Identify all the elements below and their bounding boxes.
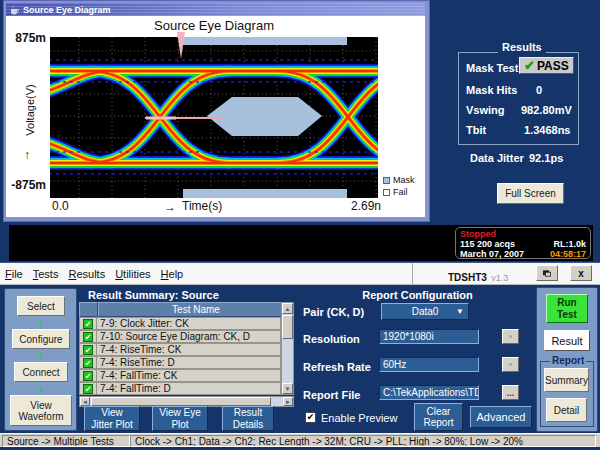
pass-cell: ✔: [79, 369, 97, 382]
x-axis-arrow-icon: →: [164, 200, 176, 214]
keypad-icon: [509, 332, 512, 341]
resolution-field[interactable]: 1920*1080i: [379, 329, 479, 344]
tbit-value: 1.3468ns: [524, 124, 570, 136]
scroll-thumb[interactable]: [91, 397, 271, 406]
eye-window-titlebar[interactable]: Source Eye Diagram: [6, 3, 425, 16]
acq-date: March 07, 2007: [460, 249, 524, 259]
menu-separator: [412, 263, 413, 284]
vswing-label: Vswing: [466, 104, 505, 116]
mask-test-result-badge: ✔ PASS: [519, 57, 574, 74]
wizard-panel: Select ↓ Configure ↓ Connect ↓ View Wave…: [4, 288, 77, 431]
connect-button[interactable]: Connect: [14, 362, 68, 382]
wizard-arrow-icon: ↓: [5, 316, 76, 327]
application-window: Source Eye Diagram Source Eye Diagram: [0, 0, 600, 450]
fail-swatch-icon: [383, 189, 390, 196]
test-name-cell[interactable]: 7-4: FallTime: D: [97, 382, 281, 395]
action-panel: Run Test Result Report Summary Detail: [536, 287, 598, 432]
select-button[interactable]: Select: [17, 296, 65, 316]
table-row[interactable]: ✔ 7-4: FallTime: D: [79, 382, 281, 395]
clear-report-button[interactable]: Clear Report: [414, 403, 463, 431]
y-axis-arrow-icon: ↑: [24, 148, 30, 162]
x-axis-right-tick: 2.69n: [344, 199, 388, 213]
close-button[interactable]: x: [570, 265, 592, 281]
scroll-up-button[interactable]: ▲: [282, 303, 293, 314]
table-row[interactable]: ✔ 7-10: Source Eye Diagram: CK, D: [79, 330, 281, 343]
y-axis-label: Voltage(V): [24, 65, 36, 155]
row-check-icon: ✔: [83, 371, 93, 381]
summary-button[interactable]: Summary: [544, 368, 589, 392]
test-name-cell[interactable]: 7-4: FallTime: CK: [97, 369, 281, 382]
record-length: RL:1.0k: [553, 239, 586, 249]
table-row[interactable]: ✔ 7-4: RiseTime: D: [79, 356, 281, 369]
table-vertical-scrollbar[interactable]: ▲ ▼: [281, 302, 294, 395]
report-config-title: Report Configuration: [300, 289, 535, 301]
result-button[interactable]: Result: [544, 330, 590, 351]
pass-check-icon: ✔: [524, 58, 535, 73]
scroll-left-button[interactable]: ◄: [80, 397, 90, 406]
results-group-title: Results: [498, 41, 546, 53]
report-file-label: Report File: [303, 389, 360, 401]
scroll-right-button[interactable]: ►: [283, 397, 293, 406]
view-waveform-button[interactable]: View Waveform: [10, 395, 72, 426]
x-axis-label: Time(s): [182, 199, 222, 213]
row-check-icon: ✔: [83, 384, 93, 394]
mask-swatch-icon: [383, 177, 390, 184]
pair-dropdown[interactable]: Data0 ▼: [381, 303, 469, 320]
table-column-header: Test Name: [98, 302, 294, 317]
hide-app-button[interactable]: [536, 265, 558, 281]
eye-window-body: Source Eye Diagram: [6, 16, 425, 217]
status-configuration: Clock -> Ch1; Data -> Ch2; Rec Length ->…: [130, 435, 596, 447]
scroll-thumb[interactable]: [282, 315, 293, 339]
configure-button[interactable]: Configure: [12, 329, 70, 349]
test-name-cell[interactable]: 7-4: RiseTime: D: [97, 356, 281, 369]
menu-results[interactable]: Results: [68, 268, 105, 280]
table-row[interactable]: ✔ 7-4: RiseTime: CK: [79, 343, 281, 356]
run-test-button[interactable]: Run Test: [546, 294, 588, 323]
keypad-icon: [509, 360, 512, 369]
eye-diagram-plot[interactable]: [50, 37, 378, 198]
menu-tests[interactable]: Tests: [33, 268, 59, 280]
menu-help[interactable]: Help: [161, 268, 184, 280]
tbit-label: Tbit: [466, 124, 486, 136]
cursor-top-marker[interactable]: [175, 32, 187, 62]
resolution-keypad-button[interactable]: [502, 329, 519, 344]
menu-utilities[interactable]: Utilities: [115, 268, 150, 280]
pass-text: PASS: [537, 59, 569, 73]
menu-bar: File Tests Results Utilities Help: [0, 262, 600, 285]
pair-value: Data0: [412, 306, 439, 318]
enable-preview-checkbox[interactable]: ✔: [305, 412, 316, 423]
resolution-label: Resolution: [303, 333, 360, 345]
refresh-keypad-button[interactable]: [502, 357, 519, 372]
browse-button[interactable]: ...: [502, 385, 519, 400]
test-name-cell[interactable]: 7-10: Source Eye Diagram: CK, D: [97, 330, 281, 343]
refresh-rate-field[interactable]: 60Hz: [379, 357, 479, 372]
enable-preview-label: Enable Preview: [321, 412, 397, 424]
checkbox-check-icon: ✔: [307, 412, 315, 422]
result-summary-title: Result Summary: Source: [88, 289, 219, 301]
table-row[interactable]: ✔ 7-9: Clock Jitter: CK: [79, 317, 281, 330]
view-jitter-plot-button[interactable]: View Jitter Plot: [84, 406, 140, 431]
pair-label: Pair (CK, D): [303, 306, 364, 318]
detail-button[interactable]: Detail: [546, 398, 587, 422]
vswing-value: 982.80mV: [521, 104, 572, 116]
menu-file[interactable]: File: [5, 268, 23, 280]
advanced-button[interactable]: Advanced: [470, 406, 532, 428]
acquisition-bar: Stopped 115 200 acqs RL:1.0k March 07, 2…: [9, 225, 593, 261]
result-details-button[interactable]: Result Details: [222, 406, 274, 431]
plot-title: Source Eye Diagram: [50, 18, 378, 33]
test-name-cell[interactable]: 7-4: RiseTime: CK: [97, 343, 281, 356]
pass-cell: ✔: [79, 317, 97, 330]
test-name-cell[interactable]: 7-9: Clock Jitter: CK: [97, 317, 281, 330]
scroll-down-button[interactable]: ▼: [282, 383, 293, 394]
report-file-field[interactable]: C:\TekApplications\TDSHT: [379, 385, 479, 400]
pass-cell: ✔: [79, 343, 97, 356]
data-jitter-value: 92.1ps: [529, 152, 563, 164]
table-row[interactable]: ✔ 7-4: FallTime: CK: [79, 369, 281, 382]
wizard-arrow-icon: ↓: [5, 382, 76, 393]
pass-cell: ✔: [79, 356, 97, 369]
status-source: Source -> Multiple Tests: [2, 435, 130, 447]
y-axis-bottom-tick: -875m: [6, 178, 46, 192]
x-axis-left-tick: 0.0: [52, 199, 69, 213]
full-screen-button[interactable]: Full Screen: [497, 183, 564, 204]
view-eye-plot-button[interactable]: View Eye Plot: [152, 406, 208, 431]
